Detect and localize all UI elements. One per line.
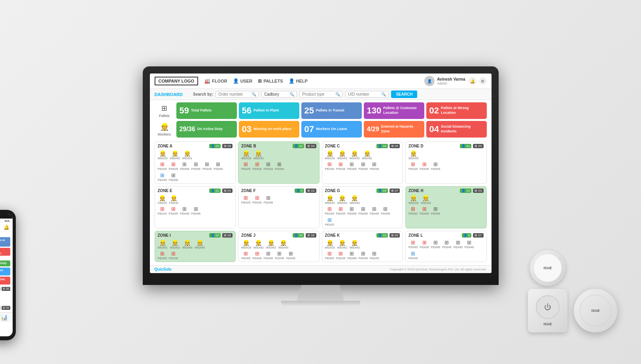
stat-active-workers[interactable]: 29/36 On Active Duty	[176, 121, 237, 138]
zone-badges: 👤 03⊞ 07	[376, 189, 400, 193]
search-company-input[interactable]	[264, 92, 288, 96]
stats-section: ⊞ Pallets 59 Total Pallets 56 Pallets in…	[150, 100, 492, 140]
zone-card-zone-l[interactable]: ZONE L👤 0⊞ 07⊞PID#05⊞PID#26⊞PID#06⊞PID#4…	[405, 231, 487, 262]
stat-workers-leave[interactable]: 07 Workers On Leave	[301, 121, 362, 138]
stat-missing-workers[interactable]: 03 Missing on work place	[239, 121, 299, 138]
list-item: ⊞PID#45	[275, 251, 284, 260]
nav-floor[interactable]: 🏭 FLOOR	[204, 78, 227, 84]
floor-icon: 🏭	[204, 78, 210, 84]
zone-header: ZONE C👤 04⊞ 05	[325, 144, 400, 148]
device-group: ISAE ⏻ ISAE	[528, 250, 567, 332]
device-speaker-label: ISAE	[591, 309, 599, 313]
search-bar: DASHBOARD Search by: 🔍 🔍 🔍	[150, 89, 492, 100]
search-button[interactable]: SEARCH	[391, 91, 417, 98]
list-item: ⊞PID#45	[158, 172, 167, 181]
zone-card-zone-a[interactable]: ZONE A👤 03⊞ 08👷WID#20👷WID#42👷WID#01⊞PID#…	[155, 141, 236, 184]
search-company-field[interactable]: 🔍	[261, 91, 297, 98]
list-item: 👷PID#42	[169, 195, 178, 204]
pallets-icon-label: ⊞	[161, 104, 167, 113]
zone-card-zone-f[interactable]: ZONE F👤 0⊞ 03⊞PID#25⊞PID#26⊞PID#06	[238, 186, 320, 228]
zone-badges: 👤 02⊞ 04	[293, 144, 316, 148]
stat-missing-workers-text: Missing on work place	[253, 127, 291, 132]
list-item: ⊞PID#06	[169, 172, 178, 181]
zone-card-zone-h[interactable]: ZONE H👤 02⊞ 03👷WID#20👷WID#42⊞PID#02⊞PID#…	[405, 186, 487, 228]
search-uid-icon: 🔍	[381, 92, 386, 96]
list-item: 👷VID#20	[158, 195, 167, 204]
stat-pallets-customer[interactable]: 130 Pallets @ Customer Location	[364, 102, 424, 119]
phone-stat-leave[interactable]: 07 On Leave	[0, 268, 10, 275]
user-role: Admin	[437, 81, 465, 85]
device-power-button[interactable]: ⏻	[536, 295, 560, 319]
phone-zone-workers: 👤 03	[0, 287, 0, 291]
stat-social-workers[interactable]: 04 Social Distancing Incidents	[426, 121, 487, 138]
list-item: ⊞PID#45	[453, 240, 462, 249]
list-item: ⊞PID#45	[359, 251, 368, 260]
search-product-input[interactable]	[302, 92, 334, 96]
company-logo[interactable]: COMPANY LOGO	[155, 77, 199, 85]
zone-card-zone-c[interactable]: ZONE C👤 04⊞ 05👷WID#20👷WID#42👷WID#43👷WID#…	[322, 141, 403, 184]
zone-pallets-list: ⊞PID#05⊞PID#26⊞PID#06⊞PID#45⊞PID#45	[241, 251, 316, 260]
stat-hazard-workers[interactable]: 4/29 Entered at Hazards Zone	[364, 121, 424, 138]
search-order-icon: 🔍	[251, 92, 256, 96]
zone-name: ZONE J	[241, 233, 255, 238]
list-item: 👷WID#20	[325, 195, 335, 204]
pallets-text: Pallets	[159, 114, 170, 118]
zone-card-zone-k[interactable]: ZONE K👤 03⊞ 05👷WID#20👷WID#42👷WID#43⊞PID#…	[322, 231, 403, 262]
phone-stat-transit[interactable]: 25 Pallets in Transit	[0, 237, 10, 247]
zone-name: ZONE E	[158, 189, 172, 193]
zone-card-zone-g[interactable]: ZONE G👤 03⊞ 07👷WID#20👷WID#42👷WID#43⊞PID#…	[322, 186, 403, 228]
stat-pallets-transit[interactable]: 25 Pallets in Transit	[301, 102, 362, 119]
list-item: ⊞PID#25	[169, 206, 178, 215]
zone-workers-list: 👷WID#20👷WID#42👷WID#01	[158, 150, 233, 160]
device-speaker-inner: ISAE	[580, 295, 611, 326]
stat-total-pallets[interactable]: 59 Total Pallets	[176, 102, 237, 119]
phone-stat-social[interactable]: 04 Social Dist.	[0, 277, 10, 285]
list-item: 👷WID#20	[325, 150, 335, 160]
list-item: ⊞PID#45	[214, 161, 223, 170]
zone-card-zone-b[interactable]: ZONE B👤 02⊞ 04👷WID#20👷WID#42⊞PID#25⊞PID#…	[238, 141, 320, 184]
stat-pallets-transit-num: 25	[304, 106, 314, 115]
phone-icons: ●●●	[4, 219, 9, 222]
zone-card-zone-e[interactable]: ZONE E👤 02⊞ 04👷VID#20👷PID#42⊞PID#15⊞PID#…	[155, 186, 236, 228]
search-order-field[interactable]: 🔍	[216, 91, 259, 98]
footer-logo: QuicSolv	[155, 267, 172, 272]
nav-action-icons: 🔔 ⚙	[469, 77, 487, 85]
nav-help[interactable]: 👤 HELP	[289, 78, 308, 84]
zone-badges: 👤 04⊞ 06	[293, 233, 316, 238]
zone-worker-badge: 👤 03	[209, 144, 221, 148]
pallets-row: ⊞ Pallets 59 Total Pallets 56 Pallets in…	[155, 102, 487, 119]
zone-workers-list: 👷WID#01👷WID#02👷WID#43👷WID#45	[158, 240, 233, 249]
list-item: ⊞PID#06	[264, 251, 273, 260]
phone-bell-icon[interactable]: 🔔	[4, 224, 9, 230]
zone-badges: 👤 04⊞ 05	[376, 144, 400, 148]
phone-chart-icon[interactable]: 📊	[1, 314, 8, 321]
nav-help-label: HELP	[296, 79, 308, 83]
list-item: ⊞PID#25	[169, 161, 178, 170]
search-product-field[interactable]: 🔍	[299, 91, 343, 98]
phone-zone-workers-list: 👷 👷 👷	[0, 292, 10, 300]
stat-hazard-workers-num: 4/29	[367, 126, 379, 132]
zone-card-zone-d[interactable]: ZONE D👤 01⊞ 03👷WID#05⊞PID#25⊞PID#26⊞PID#…	[405, 141, 487, 184]
phone-stat-wrong[interactable]: 02 Pallets Wrong Loc.	[0, 248, 10, 256]
nav-pallets[interactable]: ⊞ PALLETS	[258, 78, 283, 84]
list-item: 👷WID#01	[158, 240, 168, 249]
list-item: 👷WID#45	[278, 240, 288, 249]
nav-user[interactable]: 👤 USER	[233, 78, 253, 84]
search-uid-input[interactable]	[348, 92, 380, 96]
zone-worker-badge: 👤 04	[293, 233, 304, 238]
zone-header: ZONE D👤 01⊞ 03	[408, 144, 484, 148]
list-item: 👷WID#01	[182, 150, 192, 160]
zone-card-zone-i[interactable]: ZONE I👤 05⊞ 08👷WID#01👷WID#02👷WID#43👷WID#…	[155, 231, 236, 262]
zone-card-zone-j[interactable]: ZONE J👤 04⊞ 06👷WID#20👷WID#42👷WID#43👷WID#…	[238, 231, 320, 262]
settings-icon[interactable]: ⚙	[479, 77, 487, 85]
stat-pallets-wrong[interactable]: 02 Pallets at Wrong Location	[426, 102, 487, 119]
zone-workers-list: 👷WID#20👷WID#42👷WID#43	[325, 195, 400, 204]
stat-pallets-plant[interactable]: 56 Pallets in Plant	[239, 102, 299, 119]
list-item: 👷WID#42	[421, 195, 431, 204]
search-uid-field[interactable]: 🔍	[345, 91, 389, 98]
search-order-input[interactable]	[218, 92, 250, 96]
device-speaker: ISAE	[574, 289, 617, 332]
phone-stat-active2[interactable]: On Active Duty	[0, 260, 10, 266]
notification-icon[interactable]: 🔔	[469, 77, 476, 85]
zone-name: ZONE G	[325, 189, 340, 193]
